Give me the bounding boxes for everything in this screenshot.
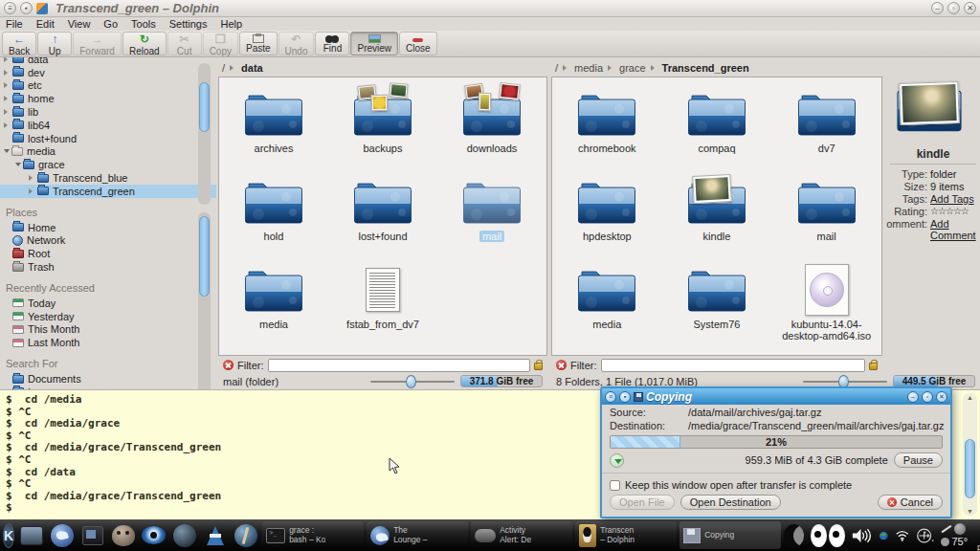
lock-icon[interactable] [869,363,878,370]
dialog-menu-button[interactable]: ≡ [605,391,616,403]
expander-icon[interactable] [29,188,35,194]
dialog-pin-button[interactable]: ▪ [619,391,631,403]
keep-open-checkbox[interactable] [610,480,620,491]
close-tool-button[interactable]: Close [399,32,437,55]
tree-item-transcend-blue[interactable]: Transcend_blue [0,171,216,185]
file-item-selected[interactable]: mail [437,175,546,263]
task-lounge[interactable]: TheLounge – [367,521,468,549]
zoom-slider[interactable] [370,375,455,388]
dialog-maximize-button[interactable]: ▫ [922,391,933,403]
file-item[interactable]: hpdesktop [552,175,662,263]
clear-filter-icon[interactable] [223,360,234,370]
file-item[interactable]: compaq [662,87,772,175]
tree-item-media[interactable]: media [0,145,216,159]
tree-item-lost-found[interactable]: lost+found [0,132,216,145]
recent-item-today[interactable]: Today [0,297,216,310]
tree-item-data[interactable]: data [0,57,216,66]
scrollbar-thumb[interactable] [199,216,210,297]
expander-icon[interactable] [29,175,35,181]
recent-item-last-month[interactable]: Last Month [0,336,216,349]
dialog-titlebar[interactable]: ≡ ▪ Copying – ▫ ✕ [602,388,950,405]
file-item[interactable]: hold [219,175,328,263]
expander-icon[interactable] [4,70,11,76]
copying-dialog[interactable]: ≡ ▪ Copying – ▫ ✕ Source: /data/mail/arc… [600,386,952,518]
menu-help[interactable]: Help [220,18,242,30]
maximize-button[interactable]: ▫ [947,2,960,14]
slider-thumb[interactable] [406,375,416,388]
task-copying[interactable]: Copying [679,521,781,549]
thunderbird-launcher[interactable] [48,521,76,549]
vlc-launcher[interactable] [201,521,229,549]
breadcrumb-grace[interactable]: grace [619,62,646,74]
file-item[interactable]: dv7 [771,87,881,175]
file-item[interactable]: kubuntu-14.04-desktop-amd64.iso [771,263,881,351]
search-item-documents[interactable]: Documents [0,372,216,386]
wifi-icon[interactable] [895,528,910,542]
expander-icon[interactable] [4,149,10,156]
tree-item-etc[interactable]: etc [0,79,216,93]
tree-item-grace[interactable]: grace [0,158,216,171]
cancel-button[interactable]: Cancel [878,495,943,510]
places-item-root[interactable]: Root [0,247,216,260]
find-button[interactable]: Find [315,32,349,55]
breadcrumb-root[interactable]: / [555,62,558,74]
file-item[interactable]: chromebook [552,87,662,175]
task-konsole[interactable]: >_ grace :bash – Ko [262,521,364,549]
expander-icon[interactable] [4,82,11,88]
places-scrollbar[interactable] [198,212,211,390]
filter-input-right[interactable] [601,359,866,372]
scrollbar-thumb[interactable] [965,439,975,498]
sidebar-scrollbar[interactable] [198,63,211,205]
file-item[interactable]: System76 [662,263,772,351]
tree-item-home[interactable]: home [0,92,216,105]
tree-item-lib[interactable]: lib [0,105,216,119]
xeyes-icon[interactable] [811,524,845,547]
recent-item-yesterday[interactable]: Yesterday [0,310,216,323]
rating-stars[interactable]: ☆☆☆☆☆ [930,206,969,217]
places-item-network[interactable]: Network [0,234,216,248]
reload-button[interactable]: ↻ Reload [122,32,167,55]
paste-button[interactable]: Paste [239,32,278,55]
open-destination-button[interactable]: Open Destination [680,495,781,510]
up-button[interactable]: ↑ Up [37,32,72,55]
task-dolphin[interactable]: Transcen– Dolphin [575,521,677,549]
places-item-trash[interactable]: Trash [0,260,216,274]
back-button[interactable]: ← Back [2,32,36,55]
menu-go[interactable]: Go [103,18,118,30]
menu-file[interactable]: File [6,18,23,30]
volume-icon[interactable] [852,526,872,545]
breadcrumb-transcend-green[interactable]: Transcend_green [662,62,749,74]
window-pin-button[interactable]: ▪ [20,2,33,14]
browser-launcher[interactable] [232,521,259,549]
clear-filter-icon[interactable] [556,360,567,370]
add-tags-link[interactable]: Add Tags [930,193,974,205]
kde-menu-button[interactable]: K [3,523,14,548]
dialog-close-button[interactable]: ✕ [936,391,947,403]
task-activity-alert[interactable]: ActivityAlert: De [471,521,572,549]
places-item-home[interactable]: Home [0,221,216,234]
expander-icon[interactable] [4,109,11,115]
clock-widget[interactable]: 11:05:37 PM Fri Aug 29, 2014 [976,516,980,551]
menu-tools[interactable]: Tools [131,18,156,30]
weather-widget[interactable]: 75° [941,523,968,548]
details-toggle-button[interactable] [610,453,624,468]
menu-edit[interactable]: Edit [36,18,55,30]
file-item[interactable]: backups [328,87,437,175]
moon-phase-icon[interactable] [784,524,804,547]
minimize-button[interactable]: – [931,2,944,14]
breadcrumb-root[interactable]: / [222,62,225,74]
file-manager-launcher[interactable] [17,521,45,549]
filter-input-left[interactable] [268,359,531,372]
menu-view[interactable]: View [68,18,91,30]
menu-settings[interactable]: Settings [169,18,208,30]
breadcrumb-media[interactable]: media [574,62,603,74]
file-item[interactable]: lost+found [328,175,437,263]
dialog-minimize-button[interactable]: – [907,391,919,403]
lock-icon[interactable] [534,363,543,370]
file-item[interactable]: media [219,263,328,351]
breadcrumb-data[interactable]: data [241,62,263,74]
pause-button[interactable]: Pause [894,452,943,468]
file-item[interactable]: kindle [662,175,772,263]
tree-item-dev[interactable]: dev [0,66,216,79]
recent-item-this-month[interactable]: This Month [0,323,216,337]
